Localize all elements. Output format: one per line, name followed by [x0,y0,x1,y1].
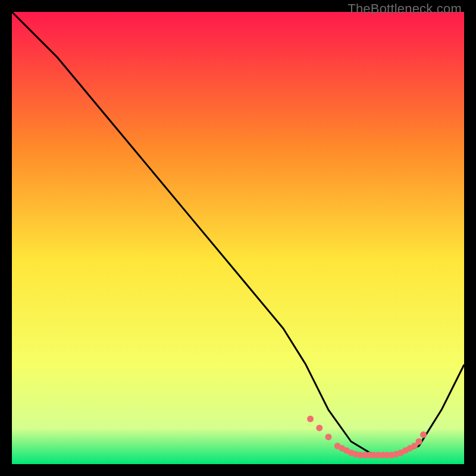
marker-dot [416,439,422,445]
marker-dot [316,425,322,431]
marker-dot [307,416,314,422]
marker-dot [420,431,427,438]
gradient-background [12,12,464,464]
marker-dot [325,434,332,440]
chart-svg [12,12,464,464]
watermark-text: TheBottleneck.com [347,1,462,17]
chart-frame [12,12,464,464]
